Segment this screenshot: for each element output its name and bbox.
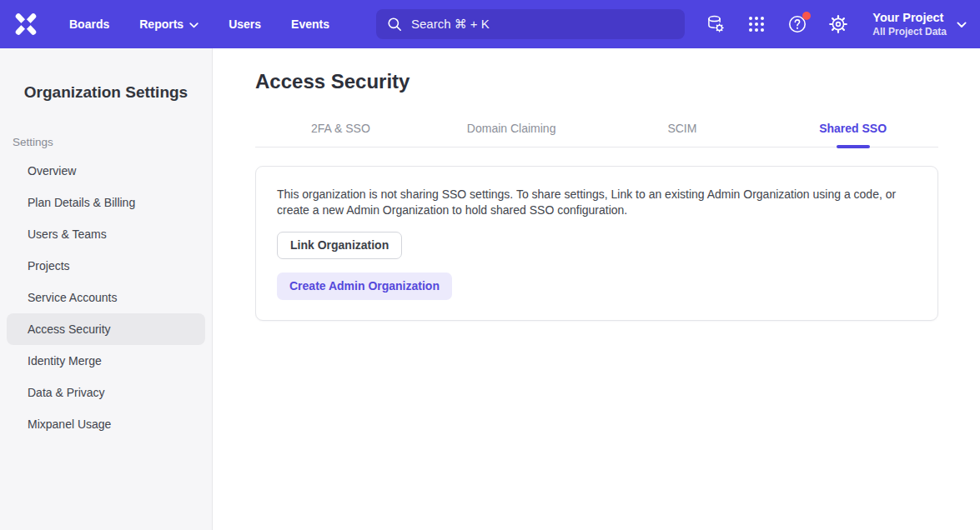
sidebar-item-overview[interactable]: Overview	[7, 155, 205, 187]
help-icon[interactable]	[787, 14, 807, 34]
search-input[interactable]: Search ⌘ + K	[376, 9, 685, 39]
sidebar-item-projects[interactable]: Projects	[7, 250, 205, 282]
tab-2fa-sso[interactable]: 2FA & SSO	[255, 107, 426, 147]
chevron-down-icon	[189, 18, 199, 31]
nav-item-boards-label: Boards	[69, 18, 109, 31]
page-title: Access Security	[255, 70, 938, 93]
nav-item-users-label: Users	[229, 18, 261, 31]
content-shell: Organization Settings Settings Overview …	[0, 48, 980, 530]
project-name: Your Project	[872, 10, 947, 26]
create-admin-organization-button[interactable]: Create Admin Organization	[277, 272, 452, 300]
tab-domain-claiming[interactable]: Domain Claiming	[426, 107, 597, 147]
sidebar-items: Overview Plan Details & Billing Users & …	[0, 155, 212, 440]
link-organization-button[interactable]: Link Organization	[277, 232, 402, 259]
project-scope: All Project Data	[872, 26, 947, 38]
tab-scim[interactable]: SCIM	[597, 107, 768, 147]
top-navbar: Boards Reports Users Events Search ⌘ + K	[0, 0, 980, 48]
sidebar-item-data-privacy[interactable]: Data & Privacy	[7, 377, 205, 408]
shared-sso-description: This organization is not sharing SSO set…	[277, 187, 912, 218]
nav-item-events-label: Events	[291, 18, 329, 31]
navbar-right-controls: Your Project All Project Data	[706, 10, 967, 38]
sidebar-section-label: Settings	[0, 135, 212, 149]
nav-item-boards[interactable]: Boards	[69, 18, 109, 31]
notification-badge	[802, 12, 811, 20]
sidebar-item-mixpanel-usage[interactable]: Mixpanel Usage	[7, 408, 205, 440]
nav-links: Boards Reports Users Events	[69, 18, 329, 31]
sidebar-item-identity-merge[interactable]: Identity Merge	[7, 345, 205, 377]
search-icon	[387, 17, 402, 32]
sidebar-item-plan-details-billing[interactable]: Plan Details & Billing	[7, 187, 205, 218]
sidebar-title: Organization Settings	[0, 83, 212, 102]
organization-settings-sidebar: Organization Settings Settings Overview …	[0, 48, 213, 530]
project-switcher[interactable]: Your Project All Project Data	[872, 10, 967, 38]
sidebar-item-service-accounts[interactable]: Service Accounts	[7, 282, 205, 313]
access-security-tabs: 2FA & SSO Domain Claiming SCIM Shared SS…	[255, 107, 938, 148]
shared-sso-card: This organization is not sharing SSO set…	[255, 166, 938, 321]
search-placeholder: Search ⌘ + K	[411, 17, 490, 32]
nav-item-reports[interactable]: Reports	[139, 18, 199, 31]
main-content: Access Security 2FA & SSO Domain Claimin…	[213, 48, 980, 530]
tab-shared-sso[interactable]: Shared SSO	[767, 107, 938, 147]
data-management-icon[interactable]	[706, 14, 726, 34]
nav-item-events[interactable]: Events	[291, 18, 329, 31]
settings-gear-icon[interactable]	[828, 14, 848, 34]
chevron-down-icon	[957, 17, 967, 32]
sidebar-item-access-security[interactable]: Access Security	[7, 313, 205, 345]
nav-item-users[interactable]: Users	[229, 18, 261, 31]
project-switcher-text: Your Project All Project Data	[872, 10, 947, 38]
apps-grid-icon[interactable]	[746, 14, 766, 34]
mixpanel-logo-icon[interactable]	[13, 12, 38, 37]
sidebar-item-users-teams[interactable]: Users & Teams	[7, 218, 205, 250]
nav-item-reports-label: Reports	[139, 18, 183, 31]
